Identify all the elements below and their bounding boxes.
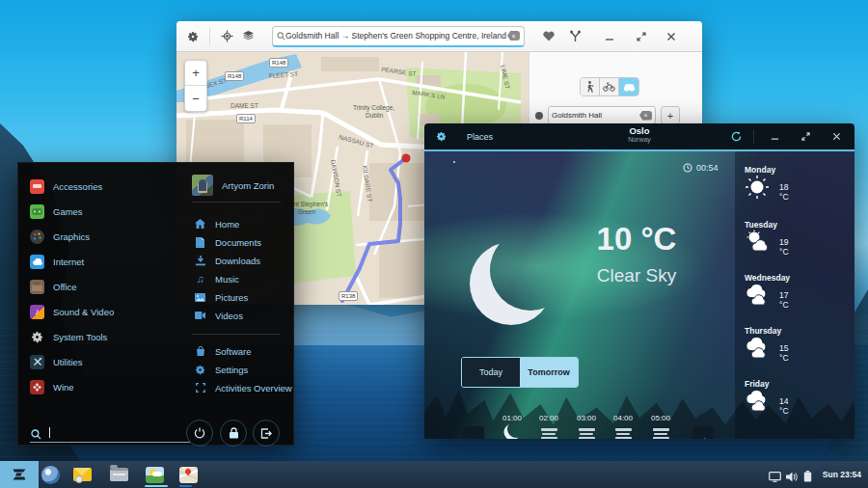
origin-entry[interactable]: Goldsmith Hall × (548, 106, 656, 124)
maps-titlebar[interactable]: × (176, 21, 702, 52)
zorin-logo-icon (10, 465, 29, 484)
taskbar-clock[interactable]: Sun 23:54 (823, 470, 861, 479)
clouds-icon (745, 345, 772, 362)
category-internet[interactable]: Internet (30, 251, 84, 272)
display-icon[interactable] (769, 469, 781, 486)
travel-mode-toggle[interactable] (580, 77, 639, 96)
category-office[interactable]: Office (30, 276, 77, 297)
clear-search-icon[interactable]: × (507, 31, 520, 41)
category-graphics[interactable]: Graphics (30, 226, 90, 247)
walk-mode-icon[interactable] (581, 78, 600, 95)
tab-today[interactable]: Today (462, 358, 520, 387)
search-input[interactable] (30, 442, 190, 443)
favorites-heart-icon[interactable] (538, 27, 559, 46)
clear-origin-icon[interactable]: × (639, 111, 652, 121)
hourly-item: 02:00 8 °C (530, 414, 567, 439)
weather-titlebar[interactable]: Places Oslo Norway (424, 123, 854, 149)
fog-icon (642, 422, 679, 439)
menu-item-activities-overview[interactable]: Activities Overview (194, 380, 292, 395)
hourly-item: 04:00 7 °C (605, 414, 641, 439)
software-bag-icon (194, 345, 206, 358)
maps-search-field[interactable]: × (272, 26, 525, 47)
search-caret (49, 427, 50, 438)
maximize-button[interactable] (631, 27, 652, 46)
zorin-menu-button[interactable] (0, 461, 39, 488)
document-icon (194, 236, 206, 249)
svg-text:Dublin: Dublin (366, 112, 384, 119)
office-icon (30, 280, 44, 294)
zoom-in-button[interactable]: + (185, 61, 206, 86)
menu-item-software[interactable]: Software (194, 343, 252, 359)
titlebar-separator (753, 129, 754, 144)
places-button[interactable]: Places (467, 132, 493, 142)
place-music[interactable]: ♫ Music (194, 271, 239, 286)
fog-icon (605, 422, 641, 439)
road-badge: R148 (225, 71, 244, 81)
battery-icon[interactable] (803, 469, 812, 486)
taskbar-app-browser[interactable] (40, 464, 61, 485)
place-pictures[interactable]: Pictures (194, 289, 248, 305)
current-temperature: 10 °C (559, 221, 714, 258)
folder-icon (110, 468, 128, 481)
daily-item: Friday 14 °C (745, 379, 772, 416)
layers-icon[interactable] (237, 27, 258, 46)
add-waypoint-button[interactable]: + (661, 106, 680, 124)
maps-search-input[interactable] (285, 31, 507, 41)
close-button[interactable] (661, 27, 682, 46)
picture-icon (194, 291, 206, 304)
minimize-button[interactable] (764, 127, 785, 147)
category-games[interactable]: Games (30, 201, 83, 222)
place-videos[interactable]: Videos (194, 308, 243, 323)
avatar (192, 175, 213, 196)
power-button[interactable] (186, 420, 213, 447)
taskbar-app-files[interactable] (108, 464, 129, 485)
logout-icon (260, 428, 272, 439)
category-accessories[interactable]: Accessories (30, 176, 102, 197)
running-indicator-maps (179, 485, 192, 487)
tab-tomorrow[interactable]: Tomorrow (520, 358, 578, 387)
taskbar-app-weather[interactable] (144, 464, 165, 485)
taskbar-app-mail[interactable] (71, 464, 93, 485)
divider (192, 334, 281, 335)
hourly-next-button[interactable]: → (692, 426, 714, 439)
route-icon[interactable] (564, 27, 585, 46)
place-downloads[interactable]: Downloads (194, 253, 260, 268)
volume-icon[interactable] (786, 469, 798, 486)
logout-button[interactable] (253, 420, 280, 447)
route-origin-row: Goldsmith Hall × + (535, 106, 697, 124)
category-sound-video[interactable]: ♪ Sound & Video (30, 301, 114, 322)
car-mode-icon[interactable] (619, 78, 638, 95)
close-button[interactable] (826, 127, 847, 147)
category-wine[interactable]: Wine (30, 376, 74, 397)
hourly-prev-button[interactable]: ← (463, 426, 484, 439)
minimize-button[interactable] (599, 27, 620, 46)
weather-body: 00:54 10 °C Clear Sky Today Tomorrow 01:… (424, 151, 854, 439)
gear-icon[interactable] (182, 27, 203, 46)
accent-line (424, 149, 854, 151)
fog-icon (530, 422, 567, 439)
menu-item-settings[interactable]: Settings (194, 362, 248, 377)
category-system-tools[interactable]: System Tools (30, 326, 107, 347)
taskbar: Sun 23:54 (0, 461, 868, 488)
zoom-out-button[interactable]: − (185, 86, 206, 111)
refresh-icon[interactable] (725, 127, 746, 147)
place-home[interactable]: Home (194, 216, 239, 231)
category-utilities[interactable]: Utilities (30, 351, 83, 372)
current-condition: Clear Sky (559, 265, 714, 286)
sound-video-icon: ♪ (30, 305, 44, 319)
lock-button[interactable] (220, 420, 247, 447)
games-icon (30, 204, 44, 219)
svg-text:DAME ST: DAME ST (231, 102, 258, 109)
accessories-icon (30, 179, 44, 194)
maximize-button[interactable] (795, 127, 816, 147)
map-zoom-control[interactable]: + − (184, 60, 207, 112)
taskbar-app-maps[interactable] (177, 464, 199, 485)
gear-icon[interactable] (430, 127, 451, 147)
goto-location-icon[interactable] (216, 27, 237, 46)
bike-mode-icon[interactable] (600, 78, 619, 95)
user-row[interactable]: Artyom Zorin (192, 175, 274, 196)
place-documents[interactable]: Documents (194, 234, 261, 250)
video-camera-icon (194, 310, 206, 322)
road-badge: R148 (269, 58, 288, 68)
home-icon (194, 218, 206, 230)
